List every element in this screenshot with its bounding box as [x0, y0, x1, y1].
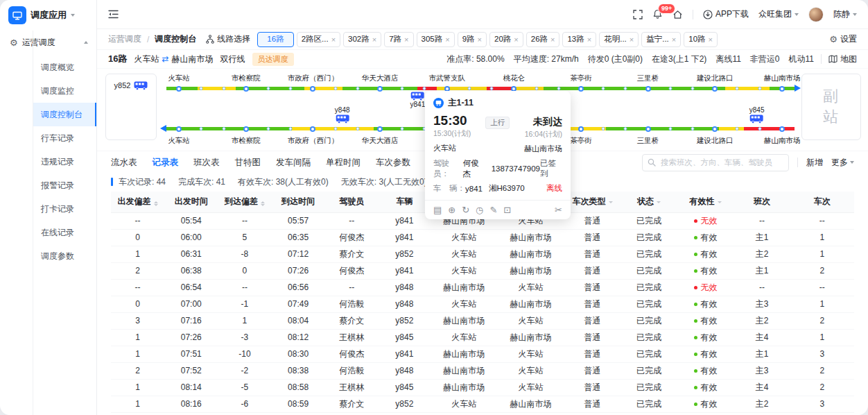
table-row[interactable]: 007:00-107:49何浩毅y848火车站赫山南市场普通已完成有效主31 — [111, 296, 854, 312]
col-header-10[interactable]: 有效性 — [677, 192, 734, 212]
depot-left[interactable]: y852 — [105, 74, 157, 140]
table-row[interactable]: 207:52-208:38何浩毅y848赫山南市场火车站普通已完成有效主32 — [111, 362, 854, 379]
station-dot[interactable] — [243, 86, 249, 92]
col-header-8[interactable]: 车次类型 — [564, 192, 620, 212]
close-icon[interactable]: × — [514, 35, 518, 44]
collapse-sidebar-icon[interactable] — [108, 10, 119, 19]
table-row[interactable]: 108:16-608:59蔡介文y852火车站赫山南市场普通已完成有效主23 — [111, 396, 854, 412]
station-dot[interactable] — [176, 86, 182, 92]
bus-marker[interactable]: y841 — [410, 92, 426, 109]
search-input[interactable] — [642, 154, 789, 171]
table-row[interactable]: 206:38007:26何俊杰y841火车站赫山南市场普通已完成有效主12 — [111, 262, 854, 279]
station-dot[interactable] — [645, 126, 651, 132]
table-row[interactable]: 107:51-1008:30何俊杰y841赫山南市场火车站普通已完成有效主13 — [111, 346, 854, 362]
panel-tab-0[interactable]: 流水表 — [111, 157, 137, 169]
filter-icon[interactable] — [609, 201, 613, 203]
avatar[interactable] — [808, 7, 824, 22]
panel-tab-1[interactable]: 记录表 — [153, 157, 179, 169]
user-menu[interactable]: 陈静 — [833, 8, 857, 20]
swap-direction-icon[interactable]: ⇄ — [162, 54, 168, 64]
table-row[interactable]: 106:31-807:12蔡介文y852火车站赫山南市场普通已完成有效主21 — [111, 246, 854, 262]
split-icon[interactable]: ✂ — [555, 205, 562, 214]
route-tab-4[interactable]: 9路× — [458, 32, 487, 47]
close-icon[interactable]: × — [630, 35, 634, 44]
schedule-icon[interactable]: ▤ — [433, 205, 442, 214]
route-tab-selected[interactable]: 16路 — [257, 32, 293, 47]
route-tab-7[interactable]: 13路× — [562, 32, 596, 47]
route-tab-3[interactable]: 305路× — [417, 32, 455, 47]
station-dot[interactable] — [310, 86, 315, 92]
route-tab-8[interactable]: 花明...× — [599, 32, 639, 47]
col-header-9[interactable]: 状态 — [620, 192, 677, 212]
sort-icon[interactable] — [154, 201, 158, 206]
panel-tab-2[interactable]: 班次表 — [193, 157, 220, 169]
sidebar-item-1[interactable]: 调度监控 — [33, 79, 96, 103]
col-header-2[interactable]: 到达偏差 — [218, 192, 271, 212]
sidebar-group-operations[interactable]: ⚙ 运营调度 — [0, 31, 96, 54]
company-selector[interactable]: 众旺集团 — [758, 8, 799, 20]
route-tab-6[interactable]: 26路× — [526, 32, 560, 47]
map-button[interactable]: 地图 — [828, 53, 857, 65]
station-dot[interactable] — [176, 126, 182, 132]
station-dot[interactable] — [578, 126, 584, 132]
station-dot[interactable] — [243, 126, 249, 132]
settings-button[interactable]: ⚙ 设置 — [829, 33, 857, 45]
panel-tab-3[interactable]: 甘特图 — [235, 157, 261, 169]
sort-icon[interactable] — [261, 201, 265, 206]
close-icon[interactable]: × — [372, 35, 376, 44]
breadcrumb-parent[interactable]: 运营调度 — [108, 33, 141, 45]
station-dot[interactable] — [645, 86, 651, 92]
line-type-select[interactable]: 双行线 — [220, 53, 245, 65]
edit-icon[interactable]: ✎ — [489, 205, 497, 214]
filter-icon[interactable] — [718, 201, 722, 203]
undo-icon[interactable]: ↻ — [462, 205, 469, 214]
route-tab-5[interactable]: 20路× — [489, 32, 523, 47]
sidebar-item-8[interactable]: 调度参数 — [33, 244, 96, 268]
dispatch-mode-tag[interactable]: 员达调度 — [252, 53, 294, 66]
sidebar-item-5[interactable]: 报警记录 — [33, 173, 96, 197]
record-icon[interactable]: ⊡ — [503, 205, 511, 214]
station-dot[interactable] — [377, 126, 383, 132]
panel-tab-5[interactable]: 单程时间 — [326, 157, 361, 169]
route-tab-9[interactable]: 益宁...× — [641, 32, 681, 47]
close-icon[interactable]: × — [709, 35, 713, 44]
route-tab-2[interactable]: 7路× — [384, 32, 413, 47]
notifications-button[interactable]: 99+ — [652, 9, 663, 19]
person-icon[interactable]: ⊕ — [448, 205, 455, 214]
filter-icon[interactable] — [657, 201, 661, 203]
table-row[interactable]: 006:00506:35何俊杰y841火车站赫山南市场普通已完成有效主11 — [111, 229, 854, 246]
col-header-0[interactable]: 出发偏差 — [111, 192, 164, 212]
close-icon[interactable]: × — [404, 35, 408, 44]
sidebar-item-2[interactable]: 调度控制台 — [33, 103, 96, 126]
station-dot[interactable] — [712, 86, 718, 92]
close-icon[interactable]: × — [331, 35, 336, 44]
table-row[interactable]: 108:14-508:58王棋林y845赫山南市场火车站普通已完成有效主42 — [111, 379, 854, 396]
app-logo-row[interactable]: 调度应用 — [0, 0, 96, 31]
route-tab-1[interactable]: 302路× — [343, 32, 381, 47]
route-tab-0[interactable]: 2路区...× — [297, 32, 340, 47]
close-icon[interactable]: × — [550, 35, 555, 44]
route-tab-10[interactable]: 10路× — [684, 32, 718, 47]
sidebar-item-3[interactable]: 行车记录 — [33, 126, 96, 150]
table-row[interactable]: 307:16108:04蔡介文y852赫山南市场火车站普通已完成有效主22 — [111, 312, 854, 329]
route-select-button[interactable]: 线路选择 — [206, 33, 250, 45]
sidebar-item-4[interactable]: 违规记录 — [33, 150, 96, 173]
sidebar-item-0[interactable]: 调度概览 — [33, 56, 96, 79]
table-row[interactable]: 107:26-308:12王棋林y845火车站赫山南市场普通已完成有效主41 — [111, 329, 854, 346]
bus-marker[interactable]: y845 — [749, 106, 765, 124]
close-icon[interactable]: × — [587, 35, 591, 44]
close-icon[interactable]: × — [478, 35, 482, 44]
sidebar-item-6[interactable]: 打卡记录 — [33, 197, 96, 221]
more-button[interactable]: 更多 — [831, 157, 854, 169]
panel-tab-6[interactable]: 车次参数 — [376, 157, 410, 169]
add-button[interactable]: 新增 — [806, 157, 823, 169]
fullscreen-icon[interactable] — [633, 10, 643, 19]
station-dot[interactable] — [310, 126, 315, 132]
app-download-button[interactable]: APP下载 — [703, 8, 749, 20]
station-dot[interactable] — [377, 86, 383, 92]
bus-marker[interactable]: y848 — [335, 106, 350, 124]
clock-icon[interactable]: ◷ — [476, 205, 483, 214]
close-icon[interactable]: × — [672, 35, 676, 44]
station-dot[interactable] — [712, 126, 718, 132]
station-dot[interactable] — [578, 86, 584, 92]
